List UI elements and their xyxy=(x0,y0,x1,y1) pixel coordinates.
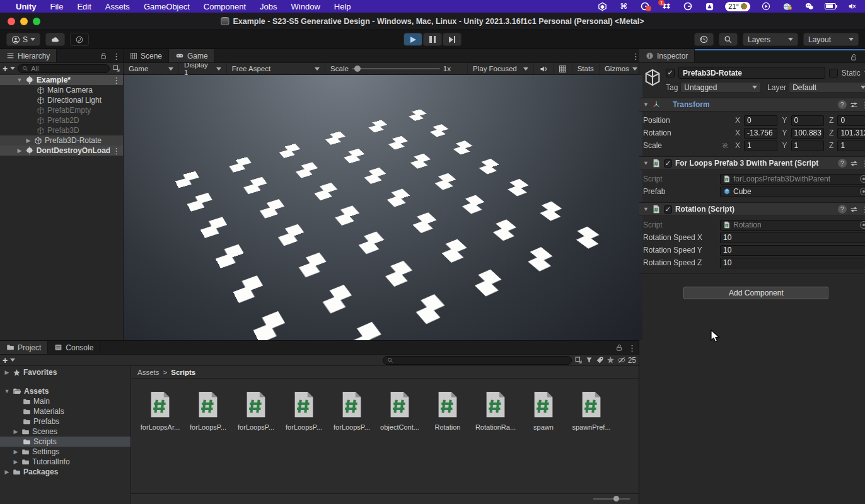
game-target-dropdown[interactable]: Game xyxy=(124,63,179,74)
position-z-field[interactable]: 0 xyxy=(837,115,865,126)
rotation-y-field[interactable]: 100.883 xyxy=(791,128,825,139)
object-picker-icon[interactable] xyxy=(860,221,865,229)
foldout-open-icon[interactable]: ▼ xyxy=(643,206,649,212)
menu-jobs[interactable]: Jobs xyxy=(253,2,284,11)
rotation-x-field[interactable]: -13.756 xyxy=(744,128,777,139)
game-panel-kebab-icon[interactable]: ⋮ xyxy=(632,52,640,60)
menu-gameobject[interactable]: GameObject xyxy=(137,2,197,11)
asset-file-csharp-script[interactable]: spawnPref... xyxy=(567,387,615,431)
window-titlebar[interactable]: Example - S23-S5 Generative Design - Win… xyxy=(0,13,865,30)
asset-file-csharp-script[interactable]: RotationRa... xyxy=(472,387,520,431)
hierarchy-item-disabled[interactable]: Prefab3D xyxy=(0,125,123,135)
foldout-closed-icon[interactable]: ▶ xyxy=(13,428,19,435)
search-by-label-icon[interactable] xyxy=(596,356,604,364)
component-kebab-icon[interactable]: ⋮ xyxy=(861,159,865,168)
dropbox-status-icon[interactable]: 1 xyxy=(661,1,672,11)
rotation-z-field[interactable]: 101.312 xyxy=(837,128,865,139)
hierarchy-item[interactable]: Directional Light xyxy=(0,95,123,105)
search-everything-button[interactable] xyxy=(719,33,738,46)
gameobject-big-cube-icon[interactable] xyxy=(643,68,662,87)
display-dropdown[interactable]: Display 1 xyxy=(179,63,227,74)
rotation-speed-x-field[interactable]: 10 xyxy=(720,232,865,243)
tree-assets[interactable]: ▼ Assets xyxy=(0,386,131,396)
position-y-field[interactable]: 0 xyxy=(791,115,825,126)
asset-file-csharp-script[interactable]: Rotation xyxy=(424,387,472,431)
help-icon[interactable]: ? xyxy=(838,159,847,168)
asset-file-csharp-script[interactable]: forLoopsP... xyxy=(280,387,328,431)
tab-inspector[interactable]: Inspector xyxy=(639,49,695,62)
foldout-closed-icon[interactable]: ▶ xyxy=(16,147,23,154)
tag-dropdown[interactable]: Untagged xyxy=(680,82,761,93)
command-key-status-icon[interactable]: ⌘ xyxy=(618,1,629,11)
static-checkbox[interactable] xyxy=(829,69,838,77)
active-checkbox[interactable]: ✓ xyxy=(666,69,675,77)
help-icon[interactable]: ? xyxy=(838,100,847,109)
account-dropdown[interactable]: S xyxy=(6,33,40,46)
hierarchy-add-button[interactable]: + xyxy=(3,64,8,73)
scale-z-field[interactable]: 1 xyxy=(837,140,865,151)
project-menu-kebab-icon[interactable]: ⋮ xyxy=(628,344,636,352)
inspector-menu-kebab-icon[interactable]: ⋮ xyxy=(862,54,865,62)
presets-icon[interactable] xyxy=(850,101,858,109)
asset-file-csharp-script[interactable]: forLoopsP... xyxy=(184,387,232,431)
stats-button[interactable]: Stats xyxy=(572,63,600,74)
rotation-speed-y-field[interactable]: 10 xyxy=(720,245,865,256)
foldout-closed-icon[interactable]: ▶ xyxy=(13,449,19,455)
hierarchy-menu-kebab-icon[interactable]: ⋮ xyxy=(112,52,120,60)
tab-console[interactable]: Console xyxy=(48,341,100,354)
zoom-window-button[interactable] xyxy=(33,18,40,25)
foldout-closed-icon[interactable]: ▶ xyxy=(13,459,19,465)
game-viewport[interactable] xyxy=(124,75,642,340)
pause-button[interactable] xyxy=(423,33,442,46)
menu-help[interactable]: Help xyxy=(327,2,358,11)
tree-folder[interactable]: Main xyxy=(0,396,131,406)
close-window-button[interactable] xyxy=(8,18,15,25)
constrain-proportions-icon[interactable] xyxy=(721,142,729,149)
forloops-header[interactable]: ▼ ✓ For Loops Prefab 3 Dwith Parent (Scr… xyxy=(639,157,865,170)
foldout-open-icon[interactable]: ▼ xyxy=(4,388,10,394)
wechat-status-icon[interactable] xyxy=(803,1,815,11)
project-search-input[interactable] xyxy=(383,356,572,365)
rotation-speed-z-field[interactable]: 10 xyxy=(720,258,865,268)
icon-size-slider[interactable] xyxy=(593,498,630,500)
gizmos-dropdown[interactable]: Gizmos xyxy=(600,63,642,74)
layout-dropdown[interactable]: Layout xyxy=(803,33,859,46)
menu-window[interactable]: Window xyxy=(284,2,327,11)
foldout-closed-icon[interactable]: ▶ xyxy=(25,137,32,144)
tree-folder[interactable]: Materials xyxy=(0,406,131,416)
menu-edit[interactable]: Edit xyxy=(70,2,98,11)
vsync-grid-button[interactable] xyxy=(554,63,572,74)
plastic-scm-button[interactable] xyxy=(70,33,89,46)
play-button[interactable] xyxy=(403,33,422,46)
presets-icon[interactable] xyxy=(850,159,858,168)
search-by-type-icon[interactable] xyxy=(585,356,593,364)
tree-folder[interactable]: ▶ Settings xyxy=(0,447,131,457)
object-picker-icon[interactable] xyxy=(860,188,865,195)
lock-icon[interactable] xyxy=(615,344,623,352)
screen-record-status-icon[interactable] xyxy=(639,1,651,11)
scale-slider[interactable]: Scale 1x xyxy=(325,63,456,74)
hierarchy-search-input[interactable]: All xyxy=(18,64,110,73)
foldout-closed-icon[interactable]: ▶ xyxy=(4,469,10,475)
unity-hub-status-icon[interactable] xyxy=(596,1,608,11)
component-enabled-checkbox[interactable]: ✓ xyxy=(664,159,672,168)
scale-x-field[interactable]: 1 xyxy=(744,140,777,151)
play-circle-status-icon[interactable] xyxy=(760,1,772,11)
asset-file-csharp-script[interactable]: objectCont... xyxy=(376,387,424,431)
menu-assets[interactable]: Assets xyxy=(98,2,137,11)
hidden-packages-toggle[interactable]: 25 xyxy=(617,356,636,365)
presets-icon[interactable] xyxy=(850,205,858,214)
focus-dropdown[interactable]: Play Focused xyxy=(467,63,534,74)
tree-folder[interactable]: Prefabs xyxy=(0,416,131,427)
component-enabled-checkbox[interactable]: ✓ xyxy=(664,205,672,214)
vpn-globe-status-icon[interactable] xyxy=(782,1,793,11)
add-component-button[interactable]: Add Component xyxy=(683,287,828,299)
tab-game[interactable]: Game xyxy=(169,49,215,62)
picker-frame-icon[interactable] xyxy=(112,64,120,72)
scene-kebab-icon[interactable]: ⋮ xyxy=(112,76,120,84)
scale-slider-track[interactable] xyxy=(352,68,440,69)
rotation-header[interactable]: ▼ ✓ Rotation (Script) ? ⋮ xyxy=(639,203,865,216)
tab-scene[interactable]: Scene xyxy=(124,49,169,62)
scale-slider-knob[interactable] xyxy=(354,66,361,72)
hierarchy-item-disabled[interactable]: Prefab2D xyxy=(0,115,123,125)
